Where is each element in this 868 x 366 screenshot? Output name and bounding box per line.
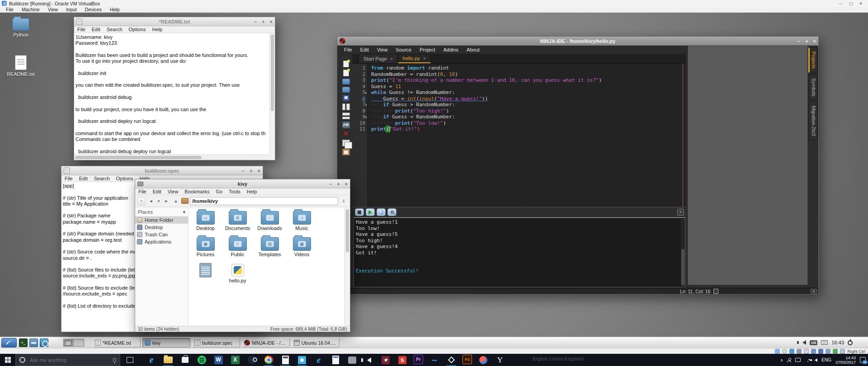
menu-input[interactable]: Input	[62, 7, 80, 12]
menu-edit[interactable]: Edit	[356, 47, 373, 52]
taskbar-app-bing[interactable]: Y	[495, 355, 505, 366]
file-item-music[interactable]: ♫Music	[286, 211, 318, 237]
taskbar-app-app-swoosh[interactable]: ~	[429, 355, 440, 366]
file-item-desktop[interactable]: ▭Desktop	[189, 211, 222, 237]
paste-icon[interactable]	[342, 149, 350, 155]
taskbar-app-app-gray[interactable]	[347, 355, 358, 366]
cortana-search-box[interactable]	[15, 354, 120, 366]
copy-icon[interactable]	[342, 140, 350, 146]
taskbar-app-app-red[interactable]: S	[397, 355, 408, 366]
people-icon[interactable]	[787, 358, 791, 362]
web-button[interactable]	[377, 208, 386, 216]
sidebar-item-applications[interactable]: Applications	[135, 238, 188, 245]
save-icon[interactable]	[343, 95, 349, 101]
cut-icon[interactable]: ✕	[342, 131, 350, 137]
window-minimize-icon[interactable]: —	[839, 1, 843, 6]
start-menu-button[interactable]	[1, 338, 17, 347]
workspace-2[interactable]	[74, 339, 84, 346]
taskbar-app-edge[interactable]: e	[146, 355, 157, 366]
desktop-icon-readme[interactable]: README.txt	[4, 55, 38, 77]
side-tab-projects[interactable]: Projects	[808, 47, 818, 73]
spec-titlebar[interactable]: buildozer.spec – + ×	[61, 166, 263, 175]
back-button[interactable]: ◄	[147, 197, 155, 205]
menu-about[interactable]: About	[462, 47, 484, 52]
menu-file[interactable]: File	[61, 175, 76, 182]
taskbar-app-excel[interactable]: X	[230, 355, 241, 366]
taskbar-app-calculator[interactable]	[280, 355, 291, 366]
taskbar-window-button[interactable]: NINJA-IDE - /ho...	[242, 338, 290, 347]
language-indicator[interactable]: ENG	[821, 357, 831, 362]
file-item-videos[interactable]: ▦Videos	[286, 237, 318, 263]
menu-file[interactable]: File	[2, 7, 18, 12]
menu-file[interactable]: File	[74, 26, 89, 33]
close-icon[interactable]: ×	[813, 38, 816, 44]
menu-options[interactable]: Options	[113, 175, 137, 182]
menu-project[interactable]: Project	[415, 47, 439, 52]
notification-icon[interactable]: 24	[860, 357, 866, 363]
readme-text-area[interactable]: 1Username: kivyPassword: kivy123Buildoze…	[74, 33, 269, 155]
maximize-icon[interactable]: +	[262, 19, 264, 24]
close-icon[interactable]: ×	[345, 181, 348, 187]
menu-machine[interactable]: Machine	[18, 7, 44, 12]
code-editor[interactable]: from·random·import·randintRandomNumber·=…	[368, 64, 686, 207]
console-scrollbar[interactable]	[681, 218, 685, 286]
taskbar-app-word[interactable]: W	[213, 355, 224, 366]
file-manager-launcher[interactable]	[29, 338, 38, 347]
projects-panel[interactable]	[688, 46, 808, 285]
path-input[interactable]	[190, 197, 338, 205]
close-icon[interactable]: ×	[270, 19, 273, 24]
taskbar-app-app-a1[interactable]: A1	[462, 355, 472, 364]
search-input[interactable]	[29, 357, 109, 363]
console-close-icon[interactable]: ×	[677, 209, 684, 216]
file-item-buildozer-spec[interactable]: buildozer.spec	[189, 263, 222, 289]
trash-icon[interactable]	[713, 289, 718, 294]
file-item-templates[interactable]: ▤Templates	[254, 237, 286, 263]
close-icon[interactable]: ×	[390, 56, 393, 61]
find-button[interactable]	[387, 208, 396, 216]
sidebar-item-home[interactable]: Home Folder	[135, 216, 188, 224]
tray-expand-icon[interactable]: ∧	[780, 358, 783, 362]
taskbar-app-premiere[interactable]: Pr	[414, 355, 423, 364]
power-icon[interactable]	[848, 340, 853, 345]
home-icon[interactable]	[181, 198, 189, 204]
taskbar-app-spotify[interactable]	[196, 355, 207, 366]
taskbar-app-audio-app[interactable]	[363, 355, 374, 366]
follow-mode-icon[interactable]: AB	[342, 122, 350, 128]
menu-edit[interactable]: Edit	[76, 175, 91, 182]
readme-titlebar[interactable]: *README.txt – + ×	[74, 17, 275, 26]
volume-icon[interactable]	[802, 340, 806, 345]
volume-icon[interactable]	[815, 358, 817, 362]
menu-options[interactable]: Options	[126, 26, 149, 33]
combo-dropdown-icon[interactable]: ▾	[811, 289, 817, 294]
clock[interactable]: 16:43	[831, 340, 844, 345]
taskbar-app-store[interactable]	[179, 355, 190, 366]
scroll-down-icon[interactable]: ⇓	[340, 197, 348, 205]
fm-titlebar[interactable]: kivy – + ×	[135, 179, 350, 188]
workspace-pager[interactable]	[63, 339, 84, 347]
fold-marker[interactable]: ▾	[365, 90, 367, 96]
menu-search[interactable]: Search	[91, 175, 113, 182]
maximize-icon[interactable]: +	[250, 168, 252, 174]
menu-devices[interactable]: Devices	[81, 7, 106, 12]
vm-desktop[interactable]: Python README.txt *README.txt – + × File…	[0, 13, 868, 348]
taskbar-app-internet-explorer[interactable]: e	[313, 355, 324, 366]
fold-marker[interactable]: ▾	[365, 114, 367, 121]
horizontal-scrollbar[interactable]	[74, 155, 269, 160]
places-combo-icon[interactable]: ▾	[183, 209, 185, 215]
taskbar-window-button[interactable]: buildozer.spec	[192, 338, 240, 347]
taskbar-app-app-diamond[interactable]	[446, 355, 457, 366]
menu-addins[interactable]: Addins	[439, 47, 462, 52]
menu-search[interactable]: Search	[104, 26, 126, 33]
menu-help[interactable]: Help	[244, 188, 260, 195]
minimize-icon[interactable]: –	[329, 181, 332, 187]
microphone-icon[interactable]	[113, 358, 116, 362]
file-item-pictures[interactable]: ▣Pictures	[189, 237, 222, 263]
taskbar-app-photos[interactable]	[297, 355, 307, 366]
sidebar-item-desktop[interactable]: Desktop	[135, 224, 188, 231]
menu-source[interactable]: Source	[392, 47, 415, 52]
keyboard-layout-badge[interactable]: US	[810, 340, 817, 345]
splitter-handle[interactable]: · · ·	[519, 208, 527, 211]
menu-view[interactable]: View	[373, 47, 392, 52]
browser-launcher[interactable]	[40, 338, 48, 347]
taskbar-app-app-maroon[interactable]: ★	[380, 355, 391, 366]
